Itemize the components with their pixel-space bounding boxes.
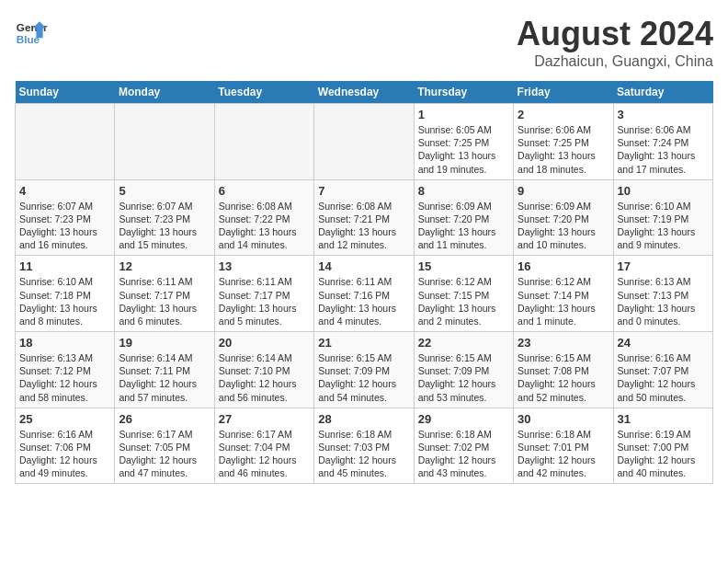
day-number: 24 (618, 336, 709, 350)
day-cell: 11Sunrise: 6:10 AM Sunset: 7:18 PM Dayli… (16, 256, 115, 332)
day-number: 9 (518, 184, 609, 198)
header-row: SundayMondayTuesdayWednesdayThursdayFrid… (16, 81, 713, 104)
day-cell (115, 104, 214, 180)
day-number: 18 (19, 336, 110, 350)
day-info: Sunrise: 6:18 AM Sunset: 7:01 PM Dayligh… (518, 428, 609, 480)
day-info: Sunrise: 6:14 AM Sunset: 7:10 PM Dayligh… (219, 351, 310, 404)
day-info: Sunrise: 6:14 AM Sunset: 7:11 PM Dayligh… (119, 351, 210, 404)
day-info: Sunrise: 6:10 AM Sunset: 7:19 PM Dayligh… (618, 200, 709, 252)
day-number: 14 (318, 259, 409, 273)
day-number: 8 (418, 184, 509, 198)
day-number: 28 (318, 412, 409, 426)
day-cell: 31Sunrise: 6:19 AM Sunset: 7:00 PM Dayli… (613, 408, 712, 484)
day-info: Sunrise: 6:10 AM Sunset: 7:18 PM Dayligh… (19, 275, 110, 327)
day-info: Sunrise: 6:19 AM Sunset: 7:00 PM Dayligh… (618, 428, 709, 480)
day-cell: 13Sunrise: 6:11 AM Sunset: 7:17 PM Dayli… (214, 256, 313, 332)
day-number: 31 (618, 412, 709, 426)
day-info: Sunrise: 6:06 AM Sunset: 7:25 PM Dayligh… (518, 123, 609, 176)
day-info: Sunrise: 6:15 AM Sunset: 7:09 PM Dayligh… (318, 351, 409, 404)
day-number: 15 (418, 259, 509, 273)
day-number: 3 (618, 108, 709, 121)
day-number: 10 (618, 184, 709, 198)
day-cell: 18Sunrise: 6:13 AM Sunset: 7:12 PM Dayli… (16, 332, 115, 408)
day-number: 4 (19, 184, 110, 198)
day-number: 1 (418, 108, 509, 121)
day-info: Sunrise: 6:17 AM Sunset: 7:05 PM Dayligh… (119, 428, 210, 480)
header: General Blue August 2024 Dazhaicun, Guan… (15, 15, 713, 70)
day-info: Sunrise: 6:11 AM Sunset: 7:16 PM Dayligh… (318, 275, 409, 327)
day-info: Sunrise: 6:13 AM Sunset: 7:13 PM Dayligh… (618, 275, 709, 327)
day-info: Sunrise: 6:07 AM Sunset: 7:23 PM Dayligh… (19, 200, 110, 252)
week-row-1: 1Sunrise: 6:05 AM Sunset: 7:25 PM Daylig… (16, 104, 713, 180)
day-cell: 29Sunrise: 6:18 AM Sunset: 7:02 PM Dayli… (414, 408, 513, 484)
day-info: Sunrise: 6:18 AM Sunset: 7:02 PM Dayligh… (418, 428, 509, 480)
week-row-4: 18Sunrise: 6:13 AM Sunset: 7:12 PM Dayli… (16, 332, 713, 408)
logo: General Blue (15, 15, 48, 48)
day-info: Sunrise: 6:05 AM Sunset: 7:25 PM Dayligh… (418, 123, 509, 176)
day-cell: 24Sunrise: 6:16 AM Sunset: 7:07 PM Dayli… (613, 332, 712, 408)
day-info: Sunrise: 6:09 AM Sunset: 7:20 PM Dayligh… (418, 200, 509, 252)
day-number: 25 (19, 412, 110, 426)
day-info: Sunrise: 6:17 AM Sunset: 7:04 PM Dayligh… (219, 428, 310, 480)
day-info: Sunrise: 6:15 AM Sunset: 7:09 PM Dayligh… (418, 351, 509, 404)
day-number: 20 (219, 336, 310, 350)
day-number: 13 (219, 259, 310, 273)
day-cell: 21Sunrise: 6:15 AM Sunset: 7:09 PM Dayli… (314, 332, 414, 408)
day-number: 29 (418, 412, 509, 426)
day-cell: 27Sunrise: 6:17 AM Sunset: 7:04 PM Dayli… (214, 408, 313, 484)
day-cell: 10Sunrise: 6:10 AM Sunset: 7:19 PM Dayli… (613, 179, 712, 256)
logo-icon: General Blue (15, 15, 48, 48)
day-number: 12 (119, 259, 210, 273)
day-info: Sunrise: 6:16 AM Sunset: 7:07 PM Dayligh… (618, 351, 709, 404)
week-row-2: 4Sunrise: 6:07 AM Sunset: 7:23 PM Daylig… (16, 179, 713, 256)
day-cell: 9Sunrise: 6:09 AM Sunset: 7:20 PM Daylig… (514, 179, 613, 256)
day-number: 21 (318, 336, 409, 350)
day-cell (314, 104, 414, 180)
day-cell: 3Sunrise: 6:06 AM Sunset: 7:24 PM Daylig… (613, 104, 712, 180)
day-number: 6 (219, 184, 310, 198)
day-cell: 22Sunrise: 6:15 AM Sunset: 7:09 PM Dayli… (414, 332, 513, 408)
day-cell (16, 104, 115, 180)
day-cell: 1Sunrise: 6:05 AM Sunset: 7:25 PM Daylig… (414, 104, 513, 180)
day-info: Sunrise: 6:13 AM Sunset: 7:12 PM Dayligh… (19, 351, 110, 404)
day-cell: 17Sunrise: 6:13 AM Sunset: 7:13 PM Dayli… (613, 256, 712, 332)
day-cell: 20Sunrise: 6:14 AM Sunset: 7:10 PM Dayli… (214, 332, 313, 408)
day-info: Sunrise: 6:09 AM Sunset: 7:20 PM Dayligh… (518, 200, 609, 252)
day-number: 17 (618, 259, 709, 273)
day-info: Sunrise: 6:08 AM Sunset: 7:21 PM Dayligh… (318, 200, 409, 252)
day-number: 23 (518, 336, 609, 350)
column-header-saturday: Saturday (613, 81, 712, 104)
day-info: Sunrise: 6:07 AM Sunset: 7:23 PM Dayligh… (119, 200, 210, 252)
day-info: Sunrise: 6:06 AM Sunset: 7:24 PM Dayligh… (618, 123, 709, 176)
day-cell: 16Sunrise: 6:12 AM Sunset: 7:14 PM Dayli… (514, 256, 613, 332)
day-number: 30 (518, 412, 609, 426)
day-number: 11 (19, 259, 110, 273)
day-cell: 19Sunrise: 6:14 AM Sunset: 7:11 PM Dayli… (115, 332, 214, 408)
column-header-tuesday: Tuesday (214, 81, 313, 104)
calendar-subtitle: Dazhaicun, Guangxi, China (517, 53, 713, 70)
day-number: 2 (518, 108, 609, 121)
day-cell: 23Sunrise: 6:15 AM Sunset: 7:08 PM Dayli… (514, 332, 613, 408)
week-row-5: 25Sunrise: 6:16 AM Sunset: 7:06 PM Dayli… (16, 408, 713, 484)
calendar-title: August 2024 (517, 15, 713, 53)
week-row-3: 11Sunrise: 6:10 AM Sunset: 7:18 PM Dayli… (16, 256, 713, 332)
day-number: 5 (119, 184, 210, 198)
day-cell: 5Sunrise: 6:07 AM Sunset: 7:23 PM Daylig… (115, 179, 214, 256)
day-cell: 2Sunrise: 6:06 AM Sunset: 7:25 PM Daylig… (514, 104, 613, 180)
day-cell: 6Sunrise: 6:08 AM Sunset: 7:22 PM Daylig… (214, 179, 313, 256)
day-cell: 14Sunrise: 6:11 AM Sunset: 7:16 PM Dayli… (314, 256, 414, 332)
day-info: Sunrise: 6:11 AM Sunset: 7:17 PM Dayligh… (119, 275, 210, 327)
day-cell: 12Sunrise: 6:11 AM Sunset: 7:17 PM Dayli… (115, 256, 214, 332)
day-number: 26 (119, 412, 210, 426)
day-cell: 4Sunrise: 6:07 AM Sunset: 7:23 PM Daylig… (16, 179, 115, 256)
day-number: 19 (119, 336, 210, 350)
day-number: 27 (219, 412, 310, 426)
day-number: 7 (318, 184, 409, 198)
column-header-friday: Friday (514, 81, 613, 104)
day-info: Sunrise: 6:18 AM Sunset: 7:03 PM Dayligh… (318, 428, 409, 480)
column-header-sunday: Sunday (16, 81, 115, 104)
day-info: Sunrise: 6:16 AM Sunset: 7:06 PM Dayligh… (19, 428, 110, 480)
day-info: Sunrise: 6:11 AM Sunset: 7:17 PM Dayligh… (219, 275, 310, 327)
column-header-monday: Monday (115, 81, 214, 104)
day-cell: 28Sunrise: 6:18 AM Sunset: 7:03 PM Dayli… (314, 408, 414, 484)
